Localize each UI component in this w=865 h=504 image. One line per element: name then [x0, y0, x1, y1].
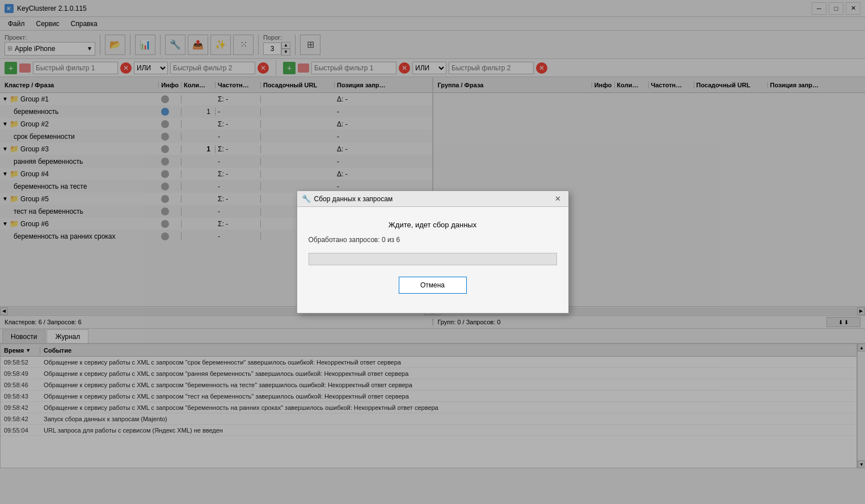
modal-title-text: Сбор данных к запросам: [314, 195, 393, 203]
modal-message: Ждите, идет сбор данных: [309, 221, 557, 229]
modal-overlay: 🔧 Сбор данных к запросам ✕ Ждите, идет с…: [0, 0, 865, 504]
progress-bar-container: [309, 253, 557, 265]
modal-body: Ждите, идет сбор данных Обработано запро…: [297, 207, 568, 313]
modal-submessage: Обработано запросов: 0 из 6: [309, 236, 557, 244]
modal-title-bar: 🔧 Сбор данных к запросам ✕: [297, 191, 568, 207]
modal-title-left: 🔧 Сбор данных к запросам: [302, 194, 393, 203]
cancel-button[interactable]: Отмена: [399, 277, 467, 294]
modal-close-button[interactable]: ✕: [552, 193, 564, 205]
modal-icon: 🔧: [302, 194, 311, 203]
modal-footer: Отмена: [309, 277, 557, 299]
modal-dialog: 🔧 Сбор данных к запросам ✕ Ждите, идет с…: [297, 190, 569, 314]
